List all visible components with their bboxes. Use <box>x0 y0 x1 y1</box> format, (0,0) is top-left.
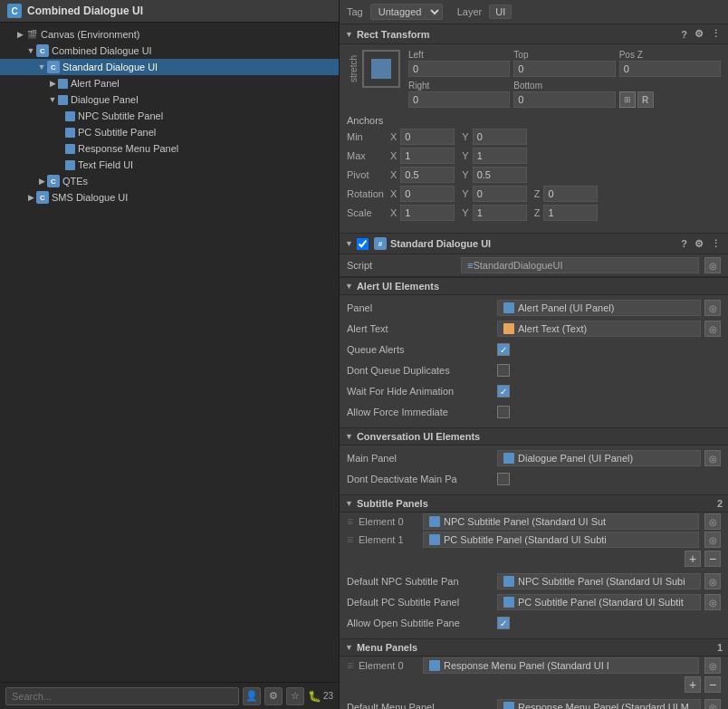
subtitle-collapse-arrow[interactable]: ▼ <box>345 499 353 508</box>
drag-handle-menu-0[interactable]: ≡ <box>347 659 353 672</box>
alert-collapse-arrow[interactable]: ▼ <box>345 282 353 291</box>
menu-collapse-arrow[interactable]: ▼ <box>345 643 353 652</box>
tree-item-standard[interactable]: ▼ C Standard Dialogue UI <box>0 59 339 75</box>
anchors-label: Anchors <box>347 115 401 126</box>
grid-icon[interactable]: ⊞ <box>619 91 636 108</box>
allow-open-checkbox[interactable]: ✓ <box>497 617 510 629</box>
scale-y-input[interactable] <box>473 205 527 221</box>
anchor-visual[interactable] <box>362 50 400 88</box>
scale-z-input[interactable] <box>543 205 598 221</box>
menu-panels-count: 1 <box>717 642 723 653</box>
allow-force-label: Allow Force Immediate <box>347 407 492 417</box>
menu-element-0-picker-btn[interactable]: ◎ <box>704 657 721 674</box>
component-header: ▼ # Standard Dialogue UI ? ⚙ ⋮ <box>340 233 728 254</box>
max-y-input[interactable] <box>473 148 527 164</box>
default-npc-row: Default NPC Subtitle Pan NPC Subtitle Pa… <box>347 572 721 590</box>
main-panel-label: Main Panel <box>347 453 492 464</box>
min-y-input[interactable] <box>473 129 527 145</box>
scale-label: Scale <box>347 207 383 218</box>
tree-item-textfield[interactable]: Text Field UI <box>0 157 339 173</box>
default-menu-ref: Response Menu Panel (Standard UI M <box>497 699 701 709</box>
subtitle-add-btn[interactable]: + <box>685 551 701 567</box>
rect-collapse-arrow[interactable]: ▼ <box>345 30 353 39</box>
script-picker-btn[interactable]: ◎ <box>704 257 721 273</box>
default-menu-label: Default Menu Panel <box>347 702 492 709</box>
pivot-x-input[interactable] <box>400 167 455 183</box>
star-button[interactable]: ☆ <box>286 687 304 705</box>
allow-force-checkbox[interactable] <box>497 406 510 418</box>
dont-queue-checkbox[interactable] <box>497 364 510 377</box>
r-button[interactable]: R <box>637 91 654 108</box>
panel-picker-btn[interactable]: ◎ <box>704 300 721 316</box>
scale-x-input[interactable] <box>400 205 455 221</box>
tree-item-combined[interactable]: ▼ C Combined Dialogue UI <box>0 43 339 59</box>
subtitle-remove-btn[interactable]: − <box>704 551 721 567</box>
tree-item-canvas[interactable]: ▶ 🎬 Canvas (Environment) <box>0 26 339 43</box>
conversation-collapse-arrow[interactable]: ▼ <box>345 432 353 441</box>
tree-item-dialogue[interactable]: ▼ Dialogue Panel <box>0 91 339 108</box>
anchor-header-row: Anchors <box>347 115 714 126</box>
component-collapse-arrow[interactable]: ▼ <box>345 239 353 248</box>
tree-item-alert[interactable]: ▶ Alert Panel <box>0 75 339 91</box>
scale-x-label: X <box>390 207 397 218</box>
allow-open-row: Allow Open Subtitle Pane ✓ <box>347 614 721 632</box>
tree-item-npc[interactable]: NPC Subtitle Panel <box>0 108 339 124</box>
rect-settings-icon[interactable]: ⚙ <box>693 28 705 40</box>
tree-label-qtes: QTEs <box>62 176 88 187</box>
script-row: Script ≡ StandardDialogueUI ◎ <box>340 254 728 277</box>
main-panel-picker-btn[interactable]: ◎ <box>704 450 721 466</box>
default-menu-picker-btn[interactable]: ◎ <box>704 699 721 709</box>
default-pc-picker-btn[interactable]: ◎ <box>704 594 721 610</box>
wait-hide-checkbox[interactable]: ✓ <box>497 385 510 398</box>
element-0-picker-btn[interactable]: ◎ <box>704 513 721 530</box>
pivot-y-input[interactable] <box>473 167 527 183</box>
rotation-x-field: X <box>390 186 455 202</box>
alert-text-row: Alert Text Alert Text (Text) ◎ <box>347 320 721 338</box>
rotation-row: Rotation X Y Z <box>347 186 714 202</box>
right-input[interactable] <box>408 91 510 108</box>
menu-remove-btn[interactable]: − <box>704 676 721 693</box>
rotation-y-input[interactable] <box>473 186 527 202</box>
r-btn-col: ⊞ R <box>619 81 721 108</box>
alert-text-picker-btn[interactable]: ◎ <box>704 321 721 337</box>
element-1-ref: PC Subtitle Panel (Standard UI Subti <box>423 532 699 548</box>
panel-title: Combined Dialogue UI <box>27 5 143 17</box>
element-0-ref-icon <box>429 516 440 527</box>
rect-help-icon[interactable]: ? <box>679 29 689 40</box>
min-x-input[interactable] <box>400 129 455 145</box>
tree-item-pc[interactable]: PC Subtitle Panel <box>0 124 339 140</box>
max-x-input[interactable] <box>400 148 455 164</box>
component-help-icon[interactable]: ? <box>679 238 689 249</box>
cube-icon-sms: C <box>36 191 49 204</box>
drag-handle-0[interactable]: ≡ <box>347 515 353 528</box>
tree-item-qtes[interactable]: ▶ C QTEs <box>0 173 339 189</box>
element-1-picker-btn[interactable]: ◎ <box>704 532 721 548</box>
subtitle-element-1: ≡ Element 1 PC Subtitle Panel (Standard … <box>340 531 728 549</box>
filter-button[interactable]: ⚙ <box>264 687 283 705</box>
top-input[interactable] <box>513 61 615 77</box>
default-npc-picker-btn[interactable]: ◎ <box>704 573 721 589</box>
drag-handle-1[interactable]: ≡ <box>347 533 353 546</box>
bottom-input[interactable] <box>513 91 615 108</box>
component-enable-checkbox[interactable] <box>357 238 369 250</box>
conversation-body: Main Panel Dialogue Panel (UI Panel) ◎ D… <box>340 446 728 494</box>
posz-input[interactable] <box>619 61 721 77</box>
max-x-field: X <box>390 148 455 164</box>
search-input[interactable] <box>5 687 239 705</box>
rotation-x-label: X <box>390 188 397 199</box>
component-more-icon[interactable]: ⋮ <box>709 238 723 250</box>
left-input[interactable] <box>408 61 510 77</box>
queue-alerts-checkbox[interactable]: ✓ <box>497 343 510 356</box>
component-settings-icon[interactable]: ⚙ <box>693 238 705 250</box>
menu-add-btn[interactable]: + <box>685 676 701 693</box>
rotation-z-input[interactable] <box>543 186 598 202</box>
rotation-x-input[interactable] <box>400 186 455 202</box>
tag-dropdown[interactable]: Untagged <box>370 4 443 20</box>
tree-item-sms[interactable]: ▶ C SMS Dialogue UI <box>0 189 339 206</box>
rect-more-icon[interactable]: ⋮ <box>709 28 723 40</box>
tree-label-npc: NPC Subtitle Panel <box>78 110 163 121</box>
dont-deactivate-checkbox[interactable] <box>497 473 510 485</box>
tree-item-response[interactable]: Response Menu Panel <box>0 140 339 157</box>
add-object-button[interactable]: 👤 <box>243 687 261 705</box>
rotation-y-label: Y <box>462 188 468 199</box>
